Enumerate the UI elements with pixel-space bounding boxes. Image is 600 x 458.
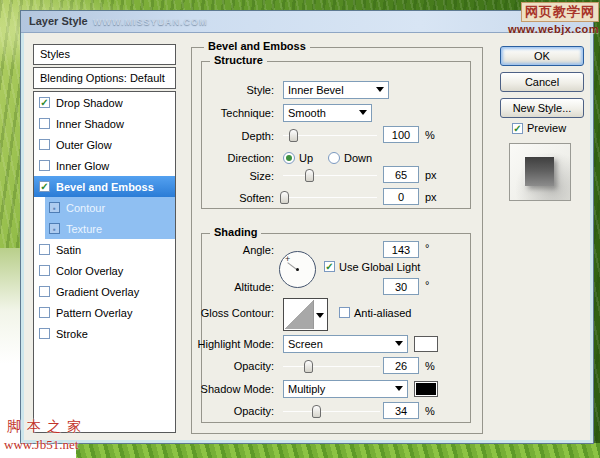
- preview-checkbox[interactable]: [512, 123, 523, 134]
- soften-input[interactable]: [383, 188, 419, 205]
- blending-options-item[interactable]: Blending Options: Default: [33, 67, 176, 89]
- highlight-opacity-slider[interactable]: [283, 366, 380, 367]
- style-value: Inner Bevel: [288, 84, 344, 96]
- shadow-color-swatch[interactable]: [414, 381, 438, 397]
- drop-shadow-checkbox[interactable]: [39, 97, 50, 108]
- sidebar-item-bevel-emboss[interactable]: Bevel and Emboss: [34, 176, 175, 197]
- direction-up-label: Up: [299, 152, 313, 164]
- ok-button[interactable]: OK: [500, 46, 584, 66]
- texture-checkbox[interactable]: [49, 223, 60, 234]
- soften-slider[interactable]: [283, 197, 377, 198]
- sidebar-item-label: Color Overlay: [56, 265, 123, 277]
- direction-down-label: Down: [344, 152, 372, 164]
- direction-label: Direction:: [189, 152, 274, 164]
- anti-aliased-checkbox[interactable]: [339, 307, 350, 318]
- outer-glow-checkbox[interactable]: [39, 139, 50, 150]
- bevel-emboss-checkbox[interactable]: [39, 181, 50, 192]
- sidebar-item-drop-shadow[interactable]: Drop Shadow: [34, 92, 175, 113]
- highlight-opacity-unit: %: [425, 360, 435, 372]
- cancel-button[interactable]: Cancel: [500, 72, 584, 92]
- sidebar-item-inner-shadow[interactable]: Inner Shadow: [34, 113, 175, 134]
- depth-input[interactable]: [383, 126, 419, 143]
- highlight-mode-dropdown[interactable]: Screen: [283, 335, 408, 353]
- size-slider[interactable]: [283, 175, 377, 176]
- sidebar-item-label: Bevel and Emboss: [56, 181, 154, 193]
- direction-up-radio[interactable]: [283, 152, 295, 164]
- gloss-contour-label: Gloss Contour:: [189, 307, 274, 319]
- depth-unit: %: [425, 129, 435, 141]
- inner-shadow-checkbox[interactable]: [39, 118, 50, 129]
- depth-label: Depth:: [189, 130, 274, 142]
- sidebar-item-color-overlay[interactable]: Color Overlay: [34, 260, 175, 281]
- soften-label: Soften:: [189, 192, 274, 204]
- blending-options-label: Blending Options: Default: [40, 72, 165, 84]
- sidebar-item-texture[interactable]: Texture: [45, 218, 175, 239]
- shadow-opacity-input[interactable]: [383, 402, 419, 419]
- sidebar-item-label: Outer Glow: [56, 139, 112, 151]
- watermark-webjx-url: www.webjx.com: [508, 23, 599, 35]
- chevron-down-icon: [376, 87, 384, 92]
- shadow-mode-value: Multiply: [288, 383, 325, 395]
- stroke-checkbox[interactable]: [39, 328, 50, 339]
- new-style-button[interactable]: New Style...: [500, 98, 584, 118]
- size-input[interactable]: [383, 166, 419, 183]
- shadow-mode-label: Shadow Mode:: [189, 383, 274, 395]
- gloss-contour-picker[interactable]: [283, 298, 328, 331]
- sidebar-item-outer-glow[interactable]: Outer Glow: [34, 134, 175, 155]
- shadow-opacity-label: Opacity:: [189, 405, 274, 417]
- gradient-overlay-checkbox[interactable]: [39, 286, 50, 297]
- sidebar-item-contour[interactable]: Contour: [45, 197, 175, 218]
- watermark-jb51-name: 脚本之家: [7, 418, 87, 436]
- soften-unit: px: [425, 191, 437, 203]
- shading-legend: Shading: [210, 226, 261, 238]
- sidebar-item-pattern-overlay[interactable]: Pattern Overlay: [34, 302, 175, 323]
- shadow-opacity-thumb[interactable]: [312, 405, 321, 418]
- watermark-jb51-url: www.Jb51.net: [4, 437, 78, 453]
- highlight-opacity-thumb[interactable]: [304, 360, 313, 373]
- sidebar-item-label: Contour: [66, 202, 105, 214]
- altitude-label: Altitude:: [189, 281, 274, 293]
- angle-dial[interactable]: +: [279, 251, 316, 288]
- watermark-missyuan: WWW.MISSYUAN.COM: [93, 17, 208, 27]
- angle-dial-crosshair-icon: +: [285, 254, 290, 264]
- shadow-mode-dropdown[interactable]: Multiply: [283, 380, 408, 398]
- sidebar-item-gradient-overlay[interactable]: Gradient Overlay: [34, 281, 175, 302]
- highlight-opacity-input[interactable]: [383, 357, 419, 374]
- technique-dropdown[interactable]: Smooth: [283, 104, 372, 122]
- direction-down-radio[interactable]: [328, 152, 340, 164]
- gloss-contour-thumbnail: [285, 300, 314, 329]
- satin-checkbox[interactable]: [39, 244, 50, 255]
- preview-label: Preview: [527, 122, 566, 134]
- layer-style-dialog: Layer Style WWW.MISSYUAN.COM Styles Blen…: [20, 10, 594, 444]
- panel-title: Bevel and Emboss: [204, 40, 310, 52]
- styles-header[interactable]: Styles: [33, 44, 176, 65]
- size-slider-thumb[interactable]: [305, 169, 314, 182]
- anti-aliased-label: Anti-aliased: [354, 307, 411, 319]
- altitude-unit: °: [425, 279, 429, 291]
- preview-bevel-square: [525, 157, 554, 186]
- soften-slider-thumb[interactable]: [280, 191, 289, 204]
- inner-glow-checkbox[interactable]: [39, 160, 50, 171]
- highlight-mode-value: Screen: [288, 338, 323, 350]
- highlight-color-swatch[interactable]: [414, 336, 438, 352]
- structure-legend: Structure: [210, 54, 267, 66]
- chevron-down-icon: [316, 313, 324, 318]
- watermark-webjx-name: 网页教学网: [521, 2, 599, 22]
- altitude-input[interactable]: [383, 278, 419, 295]
- technique-label: Technique:: [189, 107, 274, 119]
- sidebar-item-satin[interactable]: Satin: [34, 239, 175, 260]
- use-global-light-checkbox[interactable]: [324, 261, 335, 272]
- contour-checkbox[interactable]: [49, 202, 60, 213]
- sidebar-item-stroke[interactable]: Stroke: [34, 323, 175, 344]
- pattern-overlay-checkbox[interactable]: [39, 307, 50, 318]
- size-label: Size:: [189, 170, 274, 182]
- chevron-down-icon: [359, 110, 367, 115]
- sidebar-item-label: Gradient Overlay: [56, 286, 139, 298]
- shadow-opacity-slider[interactable]: [283, 411, 380, 412]
- depth-slider-thumb[interactable]: [289, 129, 298, 142]
- angle-dial-center: [296, 268, 299, 271]
- style-dropdown[interactable]: Inner Bevel: [283, 81, 389, 99]
- sidebar-item-inner-glow[interactable]: Inner Glow: [34, 155, 175, 176]
- angle-input[interactable]: [383, 241, 419, 258]
- color-overlay-checkbox[interactable]: [39, 265, 50, 276]
